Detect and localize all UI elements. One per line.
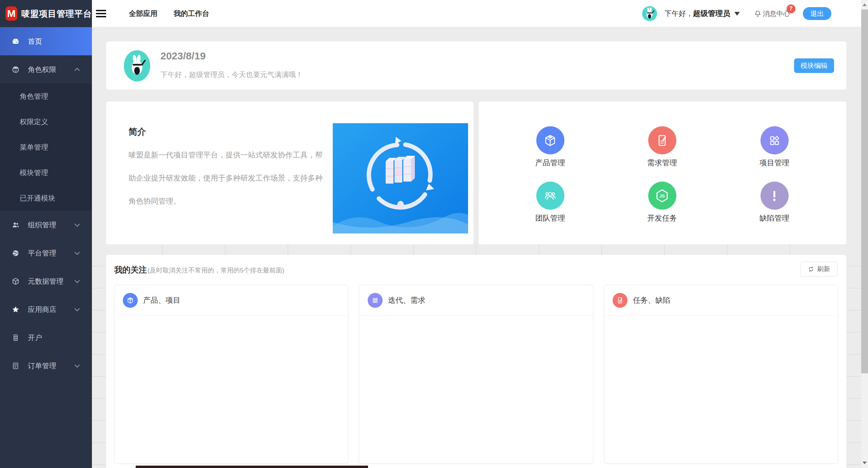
module-team-management[interactable]: 团队管理 bbox=[516, 182, 584, 223]
chevron-down-icon bbox=[75, 222, 80, 227]
module-defect-management[interactable]: 缺陷管理 bbox=[740, 182, 808, 223]
module-label: 开发任务 bbox=[647, 213, 677, 223]
sidebar-submenu: 角色管理 权限定义 菜单管理 模块管理 已开通模块 bbox=[0, 83, 92, 211]
top-nav: 全部应用 我的工作台 bbox=[129, 0, 209, 27]
follow-card-iterations-requirements[interactable]: 迭代、需求 bbox=[359, 285, 593, 464]
grid-icon bbox=[368, 293, 383, 308]
sidebar-item-label: 角色权限 bbox=[28, 65, 56, 74]
sidebar-item-orders[interactable]: 订单管理 bbox=[0, 352, 92, 380]
sidebar-item-open-account[interactable]: 开户 bbox=[0, 323, 92, 352]
module-project-management[interactable]: 项目管理 bbox=[740, 126, 808, 168]
nav-all-apps[interactable]: 全部应用 bbox=[129, 9, 157, 18]
sidebar: M 唛盟项目管理平台 首页 角色权限 角色管理 权限定义 菜单管理 bbox=[0, 0, 92, 468]
chevron-down-icon bbox=[75, 362, 80, 368]
sidebar-item-label: 平台管理 bbox=[28, 248, 56, 258]
sidebar-item-label: 应用商店 bbox=[28, 305, 56, 314]
modules-card: 产品管理 需求管理 项目管理 团队管理 bbox=[479, 101, 846, 244]
module-edit-button[interactable]: 模块编辑 bbox=[794, 58, 834, 73]
app-root: M 唛盟项目管理平台 首页 角色权限 角色管理 权限定义 菜单管理 bbox=[0, 0, 868, 468]
svg-text:JS: JS bbox=[659, 193, 665, 199]
document-pen-icon bbox=[613, 293, 628, 308]
follow-subtitle: (及时取消关注不常用的，常用的5个排在最前面) bbox=[148, 266, 284, 275]
sidebar-item-opened-modules[interactable]: 已开通模块 bbox=[0, 185, 92, 211]
scroll-down-arrow-icon[interactable] bbox=[863, 462, 867, 464]
sidebar-item-organization[interactable]: 组织管理 bbox=[0, 211, 92, 239]
star-icon bbox=[12, 305, 20, 314]
bell-icon bbox=[754, 10, 761, 17]
database-icon bbox=[12, 334, 20, 342]
cube-icon bbox=[123, 293, 138, 308]
sidebar-item-label: 元数据管理 bbox=[28, 277, 63, 286]
module-label: 团队管理 bbox=[535, 213, 565, 223]
refresh-icon bbox=[808, 266, 814, 273]
sidebar-menu: 首页 角色权限 角色管理 权限定义 菜单管理 模块管理 已开通模块 组 bbox=[0, 27, 92, 380]
sidebar-item-label: 组织管理 bbox=[28, 220, 56, 230]
chevron-down-icon bbox=[75, 306, 80, 312]
app-title: 唛盟项目管理平台 bbox=[21, 8, 92, 19]
module-product-management[interactable]: 产品管理 bbox=[516, 126, 584, 168]
message-center[interactable]: 消息中心 7 bbox=[754, 9, 790, 18]
follow-card-label: 任务、缺陷 bbox=[633, 295, 670, 305]
background-grid-rows-right bbox=[846, 244, 861, 468]
user-menu-caret-icon[interactable] bbox=[734, 12, 740, 16]
cube-icon bbox=[536, 126, 564, 154]
intro-title: 简介 bbox=[129, 126, 146, 138]
module-label: 需求管理 bbox=[647, 158, 677, 168]
follow-header: 我的关注 (及时取消关注不常用的，常用的5个排在最前面) bbox=[114, 264, 284, 275]
sidebar-item-platform[interactable]: 平台管理 bbox=[0, 239, 92, 267]
follow-card-label: 迭代、需求 bbox=[388, 295, 425, 305]
intro-card: 简介 唛盟是新一代项目管理平台，提供一站式研发协作工具，帮助企业提升研发效能，使… bbox=[106, 101, 474, 244]
chevron-down-icon bbox=[75, 278, 80, 283]
logout-button[interactable]: 退出 bbox=[803, 7, 831, 20]
sidebar-item-appstore[interactable]: 应用商店 bbox=[0, 295, 92, 323]
sidebar-item-permission-definition[interactable]: 权限定义 bbox=[0, 109, 92, 134]
js-hexagon-icon: JS bbox=[648, 182, 676, 210]
role-user-icon bbox=[12, 65, 20, 74]
team-icon bbox=[536, 182, 564, 210]
dashboard-icon bbox=[12, 37, 20, 45]
follow-card-label: 产品、项目 bbox=[143, 295, 180, 305]
topbar-right: 下午好，超级管理员 消息中心 7 退出 bbox=[642, 0, 831, 27]
scroll-up-arrow-icon[interactable] bbox=[863, 3, 867, 6]
module-requirement-management[interactable]: 需求管理 bbox=[628, 126, 696, 168]
sidebar-item-label: 订单管理 bbox=[28, 361, 56, 371]
sidebar-item-menu-management[interactable]: 菜单管理 bbox=[0, 134, 92, 160]
username: 超级管理员 bbox=[693, 9, 730, 18]
sidebar-item-metadata[interactable]: 元数据管理 bbox=[0, 267, 92, 295]
sidebar-item-role-management[interactable]: 角色管理 bbox=[0, 83, 92, 109]
topbar: 全部应用 我的工作台 下午好，超级管理员 消息中心 7 退出 bbox=[92, 0, 861, 27]
user-avatar[interactable] bbox=[642, 6, 657, 21]
module-label: 项目管理 bbox=[759, 158, 789, 168]
intro-illustration bbox=[333, 123, 468, 233]
scrollbar-thumb[interactable] bbox=[861, 10, 868, 373]
menu-toggle-icon[interactable] bbox=[96, 8, 107, 19]
sidebar-item-module-management[interactable]: 模块管理 bbox=[0, 160, 92, 185]
app-logo[interactable]: M 唛盟项目管理平台 bbox=[0, 0, 92, 27]
globe-icon bbox=[12, 249, 20, 257]
users-icon bbox=[12, 221, 20, 229]
logo-icon: M bbox=[5, 6, 17, 21]
follow-title: 我的关注 bbox=[114, 264, 147, 275]
background-grid-columns bbox=[106, 244, 846, 255]
message-center-label: 消息中心 bbox=[763, 9, 790, 18]
refresh-button[interactable]: 刷新 bbox=[800, 262, 837, 277]
message-count-badge: 7 bbox=[787, 4, 795, 13]
chevron-up-icon bbox=[75, 68, 80, 73]
module-label: 产品管理 bbox=[535, 158, 565, 168]
sidebar-item-role-permissions[interactable]: 角色权限 bbox=[0, 55, 92, 83]
sidebar-item-home[interactable]: 首页 bbox=[0, 27, 92, 55]
intro-text: 唛盟是新一代项目管理平台，提供一站式研发协作工具，帮助企业提升研发效能，使用于多… bbox=[129, 144, 329, 213]
module-dev-tasks[interactable]: JS 开发任务 bbox=[628, 182, 696, 223]
cube-icon bbox=[12, 277, 20, 285]
order-document-icon bbox=[12, 362, 20, 370]
bottom-clipped-element bbox=[136, 466, 368, 468]
follow-card-tasks-defects[interactable]: 任务、缺陷 bbox=[604, 285, 838, 464]
nav-my-workbench[interactable]: 我的工作台 bbox=[174, 9, 209, 18]
welcome-greeting: 下午好，超级管理员，今天也要元气满满哦！ bbox=[160, 70, 303, 79]
page-scrollbar[interactable] bbox=[861, 0, 868, 468]
my-follow-section: 我的关注 (及时取消关注不常用的，常用的5个排在最前面) 刷新 产品、项目 bbox=[106, 255, 846, 468]
sidebar-item-label: 首页 bbox=[28, 37, 42, 46]
exclamation-icon bbox=[760, 182, 789, 210]
follow-card-products-projects[interactable]: 产品、项目 bbox=[114, 285, 348, 464]
date-text: 2023/8/19 bbox=[160, 50, 206, 62]
